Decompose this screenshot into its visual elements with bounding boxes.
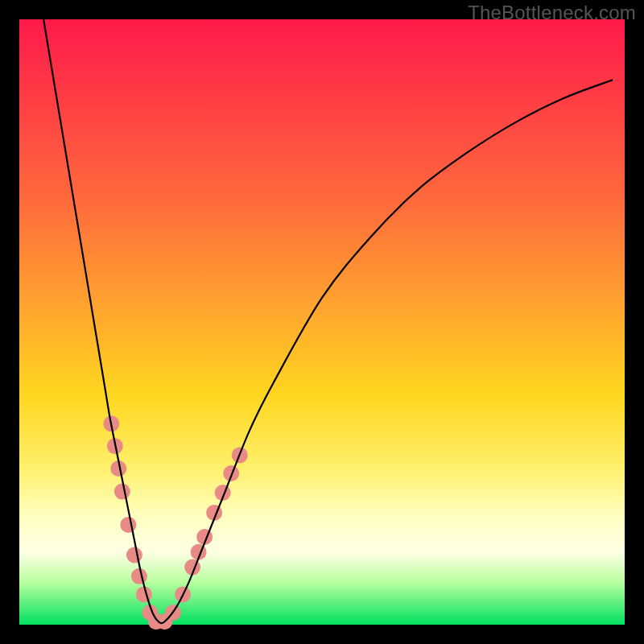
watermark-text: TheBottleneck.com [468, 2, 636, 24]
highlight-dot [114, 484, 130, 500]
highlight-points [103, 415, 247, 630]
highlight-dot [223, 465, 239, 481]
highlight-dot [131, 568, 147, 584]
chart-svg [19, 19, 625, 625]
highlight-dot [120, 517, 136, 533]
highlight-dot [126, 547, 142, 564]
chart-frame: TheBottleneck.com [0, 0, 644, 644]
